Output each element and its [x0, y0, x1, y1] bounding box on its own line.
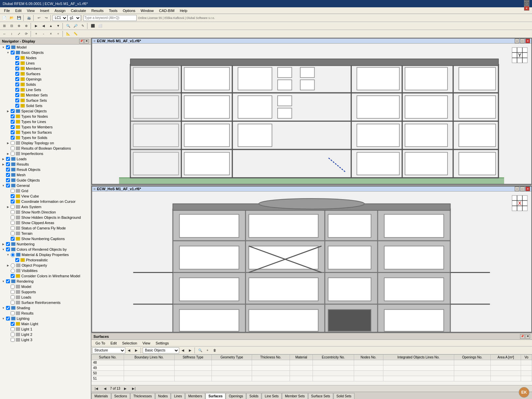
checkbox-types-solids[interactable]: [11, 136, 15, 140]
open-btn[interactable]: 📂: [8, 15, 15, 21]
tree-item-loads[interactable]: ▶Loads: [0, 156, 91, 162]
tree-item-members[interactable]: Members: [0, 66, 91, 71]
tree-item-numbering[interactable]: ▶Numbering: [0, 241, 91, 247]
tree-item-member-sets[interactable]: Member Sets: [0, 92, 91, 98]
surf-menu-selection[interactable]: Selection: [119, 340, 140, 346]
tb3-btn8[interactable]: ÷: [55, 31, 62, 37]
menu-item-assign[interactable]: Assign: [52, 7, 68, 14]
arrow-display-topology[interactable]: ▶: [6, 142, 10, 145]
lc2-select[interactable]: g1: [67, 15, 81, 21]
tree-item-lighting[interactable]: ▼Lighting: [0, 316, 91, 321]
checkbox-types-members[interactable]: [11, 125, 15, 129]
checkbox-types-surfaces[interactable]: [11, 130, 15, 134]
radio-visibilities[interactable]: [11, 269, 15, 273]
surf-del[interactable]: 🗑: [211, 347, 218, 354]
tree-item-results[interactable]: ▶Results: [0, 162, 91, 167]
tb2-btn1[interactable]: ⊞: [1, 23, 8, 29]
checkbox-members[interactable]: [15, 66, 19, 70]
tab-member-sets[interactable]: Member Sets: [282, 393, 308, 399]
checkbox-surface-reinforcements[interactable]: [11, 301, 15, 305]
tree-item-special-objects[interactable]: ▶Special Objects: [0, 108, 91, 114]
save-btn[interactable]: 💾: [15, 15, 23, 21]
checkbox-light-2[interactable]: [11, 332, 15, 336]
checkbox-supports[interactable]: [11, 290, 15, 294]
checkbox-camera-fly[interactable]: [11, 226, 15, 230]
menu-item-insert[interactable]: Insert: [37, 7, 52, 14]
checkbox-coord-info[interactable]: [11, 200, 15, 203]
checkbox-render-loads[interactable]: [11, 295, 15, 299]
tree-item-guide-objects[interactable]: Guide Objects: [0, 178, 91, 183]
table-row[interactable]: 48: [92, 360, 532, 365]
menu-item-window[interactable]: Window: [138, 7, 156, 14]
basic-objects-select[interactable]: Basic Objects: [143, 347, 179, 353]
tree-item-axis-system[interactable]: ▶Axis System: [0, 204, 91, 209]
checkbox-shading[interactable]: [6, 306, 10, 310]
tree-item-model[interactable]: ▼Model: [0, 45, 91, 50]
menu-item-tools[interactable]: Tools: [106, 7, 120, 14]
surf-bo-next[interactable]: ▶: [187, 347, 194, 354]
tree-item-surface-sets[interactable]: Surface Sets: [0, 98, 91, 103]
tb2-btn10[interactable]: 🔎: [72, 23, 79, 29]
surf-menu-go-to[interactable]: Go To: [93, 340, 108, 346]
tree-item-types-lines[interactable]: Types for Lines: [0, 119, 91, 124]
arrow-lighting[interactable]: ▼: [1, 317, 5, 320]
checkbox-types-lines[interactable]: [11, 120, 15, 124]
tree-item-hidden-objects[interactable]: Show Hidden Objects in Background: [0, 215, 91, 220]
view-minimize-bottom[interactable]: ─: [515, 187, 519, 191]
menu-item-options[interactable]: Options: [120, 7, 138, 14]
new-btn[interactable]: 📄: [1, 15, 8, 21]
arrow-special-objects[interactable]: ▶: [6, 110, 10, 113]
tree-item-photorealistic[interactable]: Photorealistic: [0, 257, 91, 263]
checkbox-member-sets[interactable]: [15, 93, 19, 97]
arrow-rendering[interactable]: ▼: [1, 280, 5, 283]
checkbox-axis-system[interactable]: [11, 205, 15, 209]
surf-close-btn[interactable]: ✕: [525, 334, 530, 339]
tb2-btn13[interactable]: ⬜: [96, 23, 104, 29]
checkbox-shading-results[interactable]: [11, 311, 15, 315]
checkbox-general[interactable]: [6, 184, 10, 188]
tb3-btn4[interactable]: ⟳: [23, 31, 30, 37]
tree-item-mesh[interactable]: Mesh: [0, 172, 91, 178]
tree-item-nodes[interactable]: Nodes: [0, 55, 91, 61]
tb3-btn9[interactable]: 📐: [65, 31, 72, 37]
maximize-button[interactable]: □: [524, 1, 529, 6]
tree-item-light-1[interactable]: Light 1: [0, 327, 91, 332]
checkbox-photorealistic[interactable]: [15, 258, 19, 262]
view-minimize-top[interactable]: ─: [515, 39, 519, 43]
tree-item-results-boolean[interactable]: Results of Boolean Operations: [0, 146, 91, 151]
checkbox-display-topology[interactable]: [11, 141, 15, 145]
menu-item-results[interactable]: Results: [89, 7, 106, 14]
tree-item-general[interactable]: ▼General: [0, 183, 91, 188]
nav-close-btn[interactable]: ✕: [84, 39, 89, 44]
page-prev[interactable]: ◀: [101, 385, 109, 392]
close-button[interactable]: ✕: [524, 6, 529, 11]
table-row[interactable]: 50: [92, 371, 532, 376]
tb2-btn7[interactable]: ▲: [47, 23, 55, 29]
checkbox-results[interactable]: [6, 162, 10, 166]
page-first[interactable]: |◀: [93, 385, 100, 392]
arrow-object-property[interactable]: ▶: [6, 264, 10, 267]
tree-item-solid-sets[interactable]: Solid Sets: [0, 103, 91, 108]
tree-item-surface-reinforcements[interactable]: Surface Reinforcements: [0, 300, 91, 305]
tree-item-clipped-areas[interactable]: Show Clipped Areas: [0, 220, 91, 225]
tree-item-shading[interactable]: ▼Shading: [0, 305, 91, 311]
tb3-btn7[interactable]: ×: [47, 31, 55, 37]
tb3-btn6[interactable]: -: [40, 31, 47, 37]
checkbox-solid-sets[interactable]: [15, 104, 19, 108]
tree-item-basic-objects[interactable]: ▼Basic Objects: [0, 50, 91, 55]
tree-item-supports[interactable]: Supports: [0, 289, 91, 295]
surf-menu-view[interactable]: View: [140, 340, 153, 346]
checkbox-light-1[interactable]: [11, 327, 15, 331]
tb2-btn6[interactable]: ◀: [40, 23, 47, 29]
tb3-btn10[interactable]: 📏: [72, 31, 79, 37]
tab-solid-sets[interactable]: Solid Sets: [333, 393, 354, 399]
tree-item-north-direction[interactable]: Show North Direction: [0, 209, 91, 215]
structure-select[interactable]: Structure: [92, 347, 125, 353]
tb3-btn5[interactable]: +: [33, 31, 40, 37]
menu-item-file[interactable]: File: [1, 7, 13, 14]
arrow-material-display[interactable]: ▼: [6, 253, 10, 256]
view-maximize-top[interactable]: □: [520, 39, 525, 43]
tab-lines[interactable]: Lines: [171, 393, 185, 399]
menu-item-calculate[interactable]: Calculate: [68, 7, 89, 14]
tb2-btn12[interactable]: ⬛: [89, 23, 96, 29]
